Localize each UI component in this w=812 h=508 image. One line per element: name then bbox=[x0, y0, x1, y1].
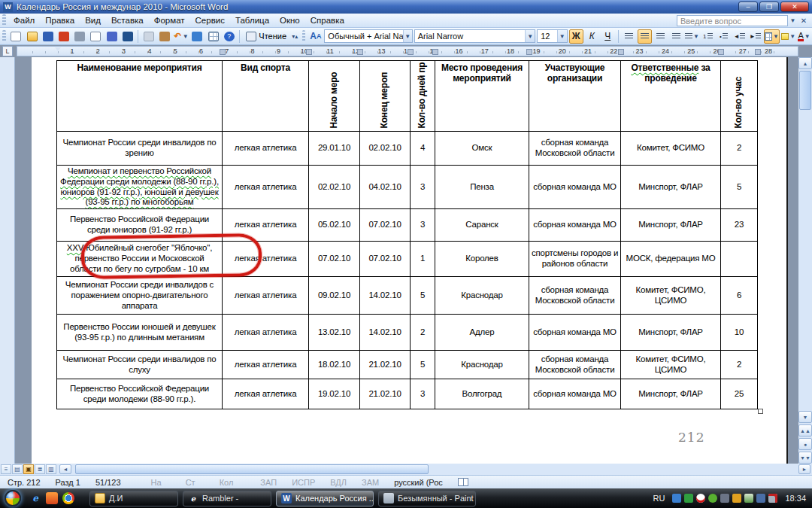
table-cell[interactable]: легкая атлетика bbox=[223, 166, 309, 209]
tray-pc-icon[interactable] bbox=[672, 494, 681, 503]
highlight-dropdown-icon[interactable]: ▼ bbox=[789, 33, 795, 40]
menubar-grip[interactable] bbox=[2, 14, 6, 26]
scroll-up-icon[interactable]: ▲ bbox=[798, 57, 812, 69]
table-cell[interactable]: 14.02.10 bbox=[360, 315, 411, 351]
table-header-cell[interactable]: Вид спорта bbox=[223, 61, 309, 132]
table-cell[interactable]: Саранск bbox=[435, 209, 529, 242]
reading-mode-button[interactable]: Чтение bbox=[243, 29, 289, 44]
decrease-indent-button[interactable]: ◄ bbox=[732, 29, 747, 44]
increase-indent-button[interactable]: ► bbox=[748, 29, 762, 44]
question-input[interactable]: Введите вопрос bbox=[677, 15, 788, 26]
table-cell[interactable]: сборная команда Московской области bbox=[529, 277, 621, 315]
tray-network-icon[interactable] bbox=[756, 494, 765, 503]
print-layout-button[interactable]: ▣ bbox=[23, 464, 34, 474]
horizontal-ruler[interactable]: 1234567891011121314151617181920212223242… bbox=[17, 46, 798, 56]
menu-item-3[interactable]: Вставка bbox=[106, 14, 149, 26]
table-cell[interactable]: Минспорт, ФЛАР bbox=[621, 209, 721, 242]
table-cell[interactable]: 1 bbox=[411, 242, 435, 277]
status-rec-toggle[interactable]: ЗАП bbox=[253, 478, 284, 487]
table-cell[interactable]: 04.02.10 bbox=[360, 166, 411, 209]
table-cell[interactable]: сборная команда Московской области bbox=[529, 132, 621, 166]
open-button[interactable] bbox=[25, 29, 39, 44]
language-indicator[interactable]: RU bbox=[653, 494, 665, 503]
print-button[interactable] bbox=[73, 29, 87, 44]
font-color-dropdown-icon[interactable]: ▼ bbox=[804, 33, 810, 40]
numbering-button[interactable]: 1 bbox=[701, 29, 715, 44]
table-cell[interactable]: 5 bbox=[411, 277, 435, 315]
hyperlink-button[interactable] bbox=[190, 29, 205, 44]
standard-toolbar-grip[interactable] bbox=[2, 30, 6, 42]
table-cell[interactable]: 21.02.10 bbox=[360, 379, 411, 409]
table-cell[interactable]: 05.02.10 bbox=[309, 209, 360, 242]
table-cell[interactable]: Чемпионат и первенство Российской Федера… bbox=[57, 166, 223, 209]
menu-item-7[interactable]: Окно bbox=[274, 14, 305, 26]
table-resize-handle[interactable] bbox=[758, 409, 763, 414]
style-combo-arrow-icon[interactable]: ▼ bbox=[403, 30, 412, 42]
horizontal-scroll-track[interactable] bbox=[72, 464, 798, 474]
table-cell[interactable]: легкая атлетика bbox=[223, 277, 309, 315]
table-header-cell[interactable]: Место проведения мероприятий bbox=[435, 61, 529, 132]
document-close-icon[interactable]: ✕ bbox=[798, 17, 810, 25]
table-header-cell[interactable]: Кол-во дней пр bbox=[411, 61, 435, 132]
table-cell[interactable]: Минспорт, ФЛАР bbox=[621, 166, 721, 209]
table-cell[interactable]: сборная команда МО bbox=[529, 209, 621, 242]
copy-button[interactable] bbox=[141, 29, 156, 44]
toolbar-options-icon[interactable]: ▾▴ bbox=[290, 33, 299, 40]
table-cell[interactable]: Краснодар bbox=[435, 277, 529, 315]
close-button[interactable]: ✕ bbox=[780, 2, 809, 12]
table-cell[interactable]: 2 bbox=[721, 132, 758, 166]
table-cell[interactable]: 23 bbox=[721, 209, 758, 242]
restore-button[interactable]: ❐ bbox=[759, 2, 779, 12]
tray-volume-icon[interactable] bbox=[768, 494, 777, 503]
table-cell[interactable]: 2 bbox=[721, 351, 758, 379]
underline-button[interactable]: Ч bbox=[601, 29, 615, 44]
menu-item-1[interactable]: Правка bbox=[40, 14, 80, 26]
table-cell[interactable]: 07.02.10 bbox=[360, 242, 411, 277]
print-preview-button[interactable] bbox=[89, 29, 103, 44]
table-cell[interactable]: 3 bbox=[411, 379, 435, 409]
borders-dropdown-icon[interactable]: ▼ bbox=[773, 33, 779, 40]
table-cell[interactable]: легкая атлетика bbox=[223, 351, 309, 379]
insert-table-button[interactable] bbox=[206, 29, 220, 44]
table-cell[interactable]: 29.01.10 bbox=[309, 132, 360, 166]
table-cell[interactable]: спортсмены городов и районов области bbox=[529, 242, 621, 277]
spelling-status-icon[interactable] bbox=[458, 478, 468, 486]
table-cell[interactable]: Адлер bbox=[435, 315, 529, 351]
column-marker[interactable] bbox=[220, 49, 226, 55]
table-cell[interactable]: 3 bbox=[411, 166, 435, 209]
table-cell[interactable]: Пенза bbox=[435, 166, 529, 209]
quicklaunch-chrome-icon[interactable] bbox=[62, 492, 74, 504]
style-combo[interactable]: Обычный + Arial Narr▼ bbox=[324, 29, 412, 43]
table-cell[interactable]: Минспорт, ФЛАР bbox=[621, 315, 721, 351]
table-cell[interactable]: 25 bbox=[721, 379, 758, 409]
normal-view-button[interactable]: ≡ bbox=[1, 464, 11, 474]
column-marker[interactable] bbox=[306, 49, 312, 55]
outline-view-button[interactable]: ≣ bbox=[35, 464, 45, 474]
status-ovr-toggle[interactable]: ЗАМ bbox=[354, 478, 386, 487]
minimize-button[interactable]: – bbox=[738, 2, 758, 12]
table-cell[interactable]: МОСК, федерация МО bbox=[621, 242, 721, 277]
question-dropdown-icon[interactable]: ▼ bbox=[788, 17, 798, 24]
table-cell[interactable] bbox=[721, 242, 758, 277]
column-marker[interactable] bbox=[618, 49, 624, 55]
tray-window-icon[interactable] bbox=[720, 494, 729, 503]
table-cell[interactable]: Волгоград bbox=[435, 379, 529, 409]
undo-dropdown-icon[interactable]: ▼ bbox=[183, 33, 189, 40]
permission-button[interactable] bbox=[56, 29, 71, 44]
styles-pane-button[interactable]: АА bbox=[308, 29, 323, 44]
taskbar-button-1[interactable]: eRambler - bbox=[183, 491, 271, 506]
taskbar-button-0[interactable]: Д.И bbox=[89, 491, 178, 506]
table-cell[interactable]: Королев bbox=[435, 242, 529, 277]
spelling-button[interactable] bbox=[105, 29, 119, 44]
table-cell[interactable]: Первенство Российской Федерации среди мо… bbox=[57, 379, 223, 409]
italic-button[interactable]: К bbox=[585, 29, 599, 44]
align-left-button[interactable] bbox=[622, 29, 636, 44]
menu-item-0[interactable]: Файл bbox=[8, 14, 40, 26]
taskbar-button-3[interactable]: Безымянный - Paint bbox=[378, 491, 476, 506]
table-header-cell[interactable]: Ответственные за проведение bbox=[621, 61, 721, 132]
bullets-button[interactable]: • bbox=[717, 29, 731, 44]
status-trk-toggle[interactable]: ИСПР bbox=[284, 478, 323, 487]
table-header-cell[interactable]: Кол-во учас bbox=[721, 61, 758, 132]
table-cell[interactable]: сборная команда МО bbox=[529, 379, 621, 409]
table-cell[interactable]: Минспорт, ФЛАР bbox=[621, 379, 721, 409]
